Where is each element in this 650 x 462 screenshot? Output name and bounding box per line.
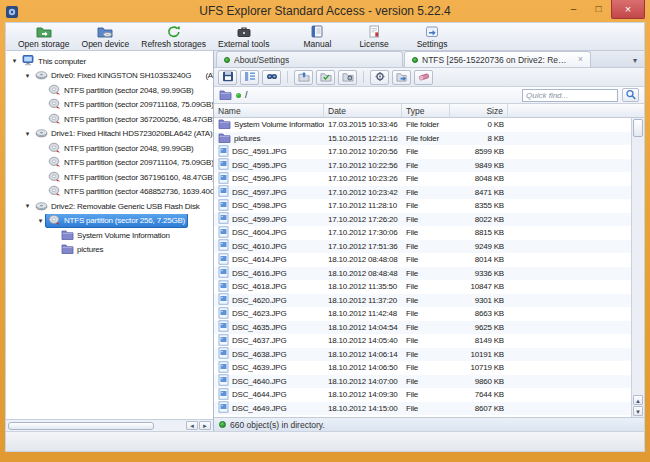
toolbar-button-label: License (359, 39, 388, 49)
file-row-dsc-4610-jpg[interactable]: DSC_4610.JPG17.10.2012 17:51:36File9249 … (214, 240, 631, 254)
tree-item-label: Drive2: Removable Generic USB Flash Disk (51, 202, 200, 211)
toolbar-button-open-storage[interactable]: Open storage (12, 23, 76, 50)
toolbar-button-license[interactable]: License (353, 23, 394, 50)
details-view-button[interactable] (240, 70, 259, 85)
folder-tools-button[interactable] (338, 70, 357, 85)
file-name: DSC_4635.JPG (232, 323, 287, 332)
tab-bar: About/SettingsNTFS [256-15220736 on Driv… (214, 51, 644, 68)
file-row-dsc-4604-jpg[interactable]: DSC_4604.JPG17.10.2012 17:30:06File8815 … (214, 226, 631, 240)
tree-item-pictures[interactable]: pictures (6, 243, 213, 258)
file-date-cell: 17.10.2012 10:20:56 (324, 147, 402, 156)
file-row-dsc-4616-jpg[interactable]: DSC_4616.JPG18.10.2012 08:48:48File9336 … (214, 267, 631, 281)
close-button[interactable]: × (611, 0, 645, 19)
toolbar-button-label: Settings (417, 39, 448, 49)
tree-item-label: NTFS partition (sector 2048, 99.99GB) (64, 86, 194, 95)
toolbar-button-open-device[interactable]: Open device (76, 23, 136, 50)
minimize-button[interactable]: – (561, 0, 586, 16)
parent-folder-button[interactable] (294, 70, 313, 85)
tree-item-ntfs-partition-sector-2048-99-[interactable]: NTFS partition (sector 2048, 99.99GB) (6, 83, 213, 98)
tree-item-drive2-removable-generic-usb-f[interactable]: ▾Drive2: Removable Generic USB Flash Dis… (6, 199, 213, 214)
scrollbar-thumb[interactable] (633, 119, 643, 137)
file-date-cell: 18.10.2012 14:06:14 (324, 350, 402, 359)
eraser-button[interactable] (414, 70, 433, 85)
tree-item-ntfs-partition-sector-36719616[interactable]: NTFS partition (sector 367196160, 48.47G… (6, 170, 213, 185)
scrollbar-thumb[interactable] (8, 422, 154, 430)
copy-to-button[interactable] (392, 70, 411, 85)
file-row-dsc-4599-jpg[interactable]: DSC_4599.JPG17.10.2012 17:26:20File8022 … (214, 213, 631, 227)
toolbar-button-settings[interactable]: Settings (411, 23, 454, 50)
tree-item-system-volume-information[interactable]: System Volume Information (6, 228, 213, 243)
expander-icon[interactable]: ▾ (23, 202, 32, 210)
file-type-cell: File (402, 255, 450, 264)
toolbar-button-external-tools[interactable]: External tools (212, 23, 276, 50)
storage-tree-panel: ▾This computer▾Drive0: Fixed KINGSTON SH… (6, 51, 214, 431)
drive-icon (35, 200, 48, 213)
file-row-dsc-4639-jpg[interactable]: DSC_4639.JPG18.10.2012 14:06:50File10719… (214, 361, 631, 375)
tree-item-label: Drive0: Fixed KINGSTON SH103S3240G (ATA) (51, 71, 213, 80)
file-type-cell: File (402, 296, 450, 305)
tree-item-ntfs-partition-sector-46885273[interactable]: NTFS partition (sector 468852736, 1639.4… (6, 185, 213, 200)
tab-about-settings[interactable]: About/Settings (216, 51, 403, 67)
tree-item-drive0-fixed-kingston-sh103s32[interactable]: ▾Drive0: Fixed KINGSTON SH103S3240G (ATA… (6, 69, 213, 84)
file-row-dsc-4618-jpg[interactable]: DSC_4618.JPG18.10.2012 11:35:50File10847… (214, 280, 631, 294)
file-row-dsc-4591-jpg[interactable]: DSC_4591.JPG17.10.2012 10:20:56File8599 … (214, 145, 631, 159)
file-date-cell: 17.10.2012 10:22:56 (324, 161, 402, 170)
save-button[interactable] (218, 70, 237, 85)
file-row-dsc-4638-jpg[interactable]: DSC_4638.JPG18.10.2012 14:06:14File10191… (214, 348, 631, 362)
file-row-dsc-4649-jpg[interactable]: DSC_4649.JPG18.10.2012 14:15:00File8607 … (214, 402, 631, 416)
maximize-button[interactable]: □ (586, 0, 611, 16)
file-date-cell: 18.10.2012 14:04:54 (324, 323, 402, 332)
tree-item-drive1-fixed-hitachi-hds723020[interactable]: ▾Drive1: Fixed Hitachi HDS723020BLA642 (… (6, 127, 213, 142)
file-name: System Volume Information (234, 120, 324, 129)
tree-item-ntfs-partition-sector-256-7-25[interactable]: ▾NTFS partition (sector 256, 7.25GB) (6, 214, 213, 229)
column-header-date[interactable]: Date (324, 104, 402, 117)
scroll-right-button[interactable]: ► (199, 421, 211, 430)
tab-list-icon[interactable]: ▾ (633, 56, 642, 67)
toolbar-button-manual[interactable]: Manual (297, 23, 337, 50)
scroll-left-button[interactable]: ◄ (186, 421, 198, 430)
tab-close-icon[interactable]: × (575, 55, 583, 64)
file-row-dsc-4644-jpg[interactable]: DSC_4644.JPG18.10.2012 14:09:30File7644 … (214, 388, 631, 402)
file-row-dsc-4620-jpg[interactable]: DSC_4620.JPG18.10.2012 11:37:20File9301 … (214, 294, 631, 308)
column-header-name[interactable]: Name (214, 104, 324, 117)
file-row-dsc-4640-jpg[interactable]: DSC_4640.JPG18.10.2012 14:07:00File9860 … (214, 375, 631, 389)
expander-icon[interactable]: ▾ (10, 57, 19, 65)
file-row-dsc-4597-jpg[interactable]: DSC_4597.JPG17.10.2012 10:23:42File8471 … (214, 186, 631, 200)
expander-icon[interactable]: ▾ (23, 130, 32, 138)
tree-item-ntfs-partition-sector-20971110[interactable]: NTFS partition (sector 209711104, 75.09G… (6, 156, 213, 171)
tab-ntfs-256-15220736-on-drive2-re[interactable]: NTFS [256-15220736 on Drive2: Removable … (404, 51, 591, 67)
file-name: DSC_4640.JPG (232, 377, 287, 386)
find-button[interactable] (262, 70, 281, 85)
file-row-dsc-4637-jpg[interactable]: DSC_4637.JPG18.10.2012 14:05:40File8149 … (214, 334, 631, 348)
scroll-up-button[interactable]: ▲ (633, 395, 643, 405)
expander-icon[interactable]: ▾ (23, 72, 32, 80)
search-button[interactable] (622, 88, 639, 102)
tab-label: About/Settings (234, 55, 289, 65)
tree-item-ntfs-partition-sector-36720025[interactable]: NTFS partition (sector 367200256, 48.47G… (6, 112, 213, 127)
select-items-button[interactable] (316, 70, 335, 85)
scroll-down-button[interactable]: ▼ (633, 406, 643, 416)
file-row-system-volume-information[interactable]: System Volume Information17.03.2015 10:3… (214, 118, 631, 132)
gear-button[interactable] (370, 70, 389, 85)
file-list-vertical-scrollbar[interactable]: ▲ ▼ (631, 118, 644, 417)
quick-find-input[interactable] (522, 89, 618, 102)
tree-item-this-computer[interactable]: ▾This computer (6, 54, 213, 69)
file-name: DSC_4595.JPG (232, 161, 287, 170)
file-row-dsc-4623-jpg[interactable]: DSC_4623.JPG18.10.2012 11:42:48File8663 … (214, 307, 631, 321)
tree-horizontal-scrollbar[interactable]: ◄ ► (6, 419, 213, 431)
column-header-type[interactable]: Type (402, 104, 450, 117)
file-size-cell: 8 KB (450, 134, 508, 143)
tree-item-ntfs-partition-sector-20971116[interactable]: NTFS partition (sector 209711168, 75.09G… (6, 98, 213, 113)
file-date-cell: 18.10.2012 14:15:00 (324, 404, 402, 413)
file-row-dsc-4595-jpg[interactable]: DSC_4595.JPG17.10.2012 10:22:56File9849 … (214, 159, 631, 173)
file-row-dsc-4635-jpg[interactable]: DSC_4635.JPG18.10.2012 14:04:54File9625 … (214, 321, 631, 335)
file-row-dsc-4598-jpg[interactable]: DSC_4598.JPG17.10.2012 11:28:10File8355 … (214, 199, 631, 213)
file-name-cell: DSC_4640.JPG (214, 374, 324, 388)
expander-icon[interactable]: ▾ (36, 217, 45, 225)
toolbar-button-refresh-storages[interactable]: Refresh storages (135, 23, 212, 50)
file-row-dsc-4596-jpg[interactable]: DSC_4596.JPG17.10.2012 10:23:26File8048 … (214, 172, 631, 186)
file-row-dsc-4614-jpg[interactable]: DSC_4614.JPG18.10.2012 08:48:08File8014 … (214, 253, 631, 267)
column-header-size[interactable]: Size (450, 104, 508, 117)
tree-item-ntfs-partition-sector-2048-99-[interactable]: NTFS partition (sector 2048, 99.99GB) (6, 141, 213, 156)
file-row-pictures[interactable]: pictures15.10.2015 12:21:16File folder8 … (214, 132, 631, 146)
